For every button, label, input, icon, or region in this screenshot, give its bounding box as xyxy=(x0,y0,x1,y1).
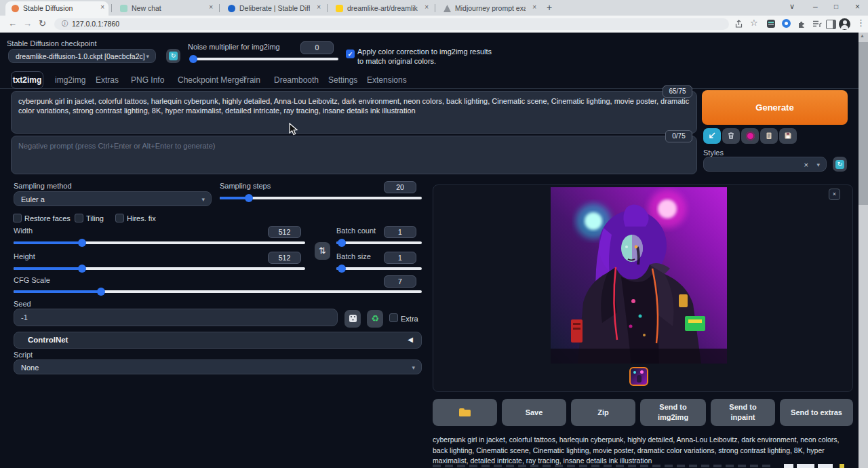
sampling-method-dropdown[interactable]: Euler a ▾ xyxy=(14,191,212,206)
window-maximize-button[interactable]: □ xyxy=(834,3,838,10)
tab-dreambooth[interactable]: Dreambooth xyxy=(274,75,319,85)
tab-divider xyxy=(435,4,435,12)
puzzle-extensions-icon[interactable] xyxy=(797,20,806,28)
sampling-steps-value[interactable]: 20 xyxy=(384,181,416,193)
tab-close-icon[interactable]: × xyxy=(317,3,321,11)
script-dropdown[interactable]: None ▾ xyxy=(14,359,422,374)
prompt-textarea[interactable]: cyberpunk girl in jacket, colorful tatto… xyxy=(11,91,697,134)
tab-png-info[interactable]: PNG Info xyxy=(131,75,164,85)
clear-prompt-trash-button[interactable] xyxy=(722,128,740,144)
scroll-up-icon[interactable]: ▲ xyxy=(860,33,865,38)
slider-handle[interactable] xyxy=(338,239,346,247)
slider-handle[interactable] xyxy=(78,239,86,247)
hires-fix-checkbox[interactable] xyxy=(115,214,124,222)
batch-size-slider[interactable] xyxy=(336,267,422,270)
height-slider[interactable] xyxy=(14,267,305,270)
tab-close-icon[interactable]: × xyxy=(425,3,429,11)
reuse-seed-recycle-button[interactable]: ♻ xyxy=(367,310,383,328)
seed-input[interactable]: -1 xyxy=(14,309,338,326)
browser-tab-new-chat[interactable]: New chat × xyxy=(114,1,217,16)
refresh-styles-button[interactable]: ↻ xyxy=(833,157,847,172)
extension-blue-icon[interactable] xyxy=(782,19,791,28)
batch-count-slider[interactable] xyxy=(336,241,422,244)
extra-seed-checkbox[interactable] xyxy=(389,313,398,322)
color-correction-checkbox[interactable]: ✓ xyxy=(346,50,355,58)
cfg-scale-slider[interactable] xyxy=(14,290,422,293)
tab-close-icon[interactable]: × xyxy=(100,3,104,11)
reload-icon[interactable]: ↻ xyxy=(39,19,46,28)
browser-tab-deliberate[interactable]: Deliberate | Stable Diffusion Che × xyxy=(222,1,325,16)
styles-dropdown[interactable]: × ▾ xyxy=(703,157,827,172)
bookmark-star-icon[interactable]: ☆ xyxy=(750,18,758,28)
swap-width-height-button[interactable]: ⇅ xyxy=(315,242,330,260)
sampling-steps-slider[interactable] xyxy=(220,197,422,199)
close-gallery-icon[interactable]: × xyxy=(829,189,840,200)
tab-settings[interactable]: Settings xyxy=(328,75,357,85)
apply-styles-button[interactable] xyxy=(760,128,778,144)
window-minimize-button[interactable]: – xyxy=(813,2,818,12)
site-info-icon[interactable]: ⓘ xyxy=(62,20,68,28)
restore-faces-checkbox[interactable] xyxy=(13,214,22,222)
send-to-inpaint-button[interactable]: Send to inpaint xyxy=(724,402,762,423)
width-value[interactable]: 512 xyxy=(268,226,301,238)
cfg-scale-value[interactable]: 7 xyxy=(384,275,416,288)
tab-close-icon[interactable]: × xyxy=(209,3,213,11)
zip-button[interactable]: Zip xyxy=(571,399,635,426)
generate-button[interactable]: Generate xyxy=(702,90,848,125)
browser-menu-kebab-icon[interactable]: ⋮ xyxy=(856,18,865,28)
generated-image[interactable] xyxy=(551,187,727,364)
refresh-checkpoints-button[interactable]: ↻ xyxy=(166,49,180,63)
back-icon[interactable]: ← xyxy=(8,19,17,28)
window-chevron-icon[interactable]: ∨ xyxy=(789,2,795,11)
open-folder-button[interactable] xyxy=(433,399,497,426)
browser-tab-stable-diffusion[interactable]: Stable Diffusion × xyxy=(5,1,108,16)
slider-handle[interactable] xyxy=(78,265,86,273)
tab-extensions[interactable]: Extensions xyxy=(367,75,407,85)
share-icon[interactable] xyxy=(734,20,743,28)
slider-handle[interactable] xyxy=(338,265,346,273)
save-style-button[interactable] xyxy=(779,128,797,144)
tab-train[interactable]: Train xyxy=(242,75,260,85)
tab-checkpoint-merger[interactable]: Checkpoint Merger xyxy=(178,75,246,85)
tab-img2img[interactable]: img2img xyxy=(55,75,85,85)
batch-size-label: Batch size xyxy=(336,252,371,260)
save-button[interactable]: Save xyxy=(502,399,566,426)
browser-tab-midjourney[interactable]: Midjourney prompt examples : L × xyxy=(437,1,540,16)
negative-prompt-textarea[interactable]: Negative prompt (press Ctrl+Enter or Alt… xyxy=(11,136,697,174)
random-seed-dice-button[interactable] xyxy=(344,310,361,328)
paste-generation-params-button[interactable] xyxy=(703,128,721,144)
gallery-thumbnail-selected[interactable] xyxy=(629,367,648,386)
tab-txt2img[interactable]: txt2img xyxy=(11,71,43,89)
new-tab-button[interactable]: + xyxy=(547,2,552,13)
send-to-img2img-button[interactable]: Send to img2img xyxy=(653,402,694,423)
noise-multiplier-value[interactable]: 0 xyxy=(300,41,334,54)
tab-close-icon[interactable]: × xyxy=(532,3,536,11)
forward-icon[interactable]: → xyxy=(23,19,32,28)
width-slider[interactable] xyxy=(14,241,305,244)
send-to-extras-button[interactable]: Send to extras xyxy=(780,399,853,426)
tiling-checkbox[interactable] xyxy=(75,214,83,222)
slider-handle[interactable] xyxy=(245,194,253,202)
checkpoint-dropdown[interactable]: dreamlike-diffusion-1.0.ckpt [0aecbcfa2c… xyxy=(8,49,156,63)
seed-value: -1 xyxy=(14,309,337,326)
reading-list-icon[interactable] xyxy=(812,20,822,28)
slider-handle[interactable] xyxy=(97,288,105,296)
height-value[interactable]: 512 xyxy=(268,252,301,264)
address-bar[interactable] xyxy=(54,18,729,30)
window-close-button[interactable]: × xyxy=(855,2,860,12)
controlnet-accordion[interactable]: ControlNet ◀ xyxy=(14,332,422,349)
side-panel-icon[interactable] xyxy=(826,20,836,29)
browser-tab-dreamlike[interactable]: dreamlike-art/dreamlike-diffusio × xyxy=(330,1,433,16)
noise-multiplier-slider[interactable] xyxy=(191,58,338,60)
scrollbar-thumb[interactable] xyxy=(859,42,868,205)
batch-size-value[interactable]: 1 xyxy=(384,252,416,264)
batch-count-value[interactable]: 1 xyxy=(384,226,416,238)
chevron-down-icon: ▾ xyxy=(816,157,820,172)
profile-avatar[interactable] xyxy=(839,18,850,30)
slider-handle[interactable] xyxy=(189,55,197,63)
clear-styles-icon[interactable]: × xyxy=(804,158,808,172)
extension-grid-icon[interactable] xyxy=(767,20,775,28)
extra-networks-button[interactable] xyxy=(741,128,759,144)
clipped-info-line xyxy=(433,464,853,468)
tab-extras[interactable]: Extras xyxy=(96,75,119,85)
